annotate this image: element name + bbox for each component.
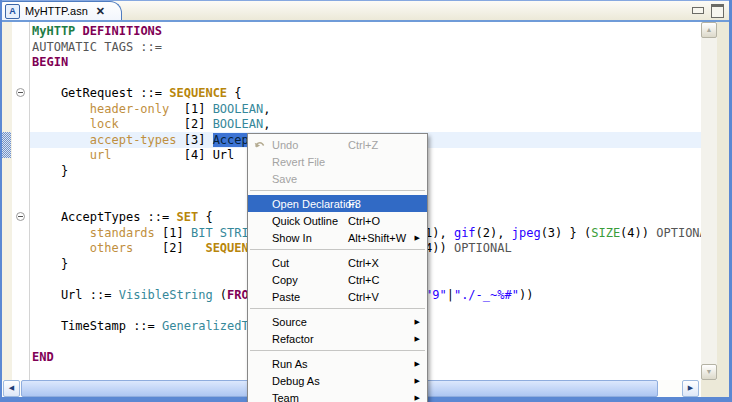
code-line: header-only [1] BOOLEAN, [32, 102, 270, 118]
menu-item-refactor[interactable]: Refactor▶ [248, 330, 427, 347]
view-controls [692, 4, 724, 18]
menu-item-revert-file[interactable]: Revert File [248, 153, 427, 170]
submenu-arrow-icon: ▶ [415, 394, 420, 402]
menu-separator [250, 350, 425, 351]
code-line: "9"|"./-_~%#")) [425, 288, 533, 304]
code-line: 1), gif(2), jpeg(3) } (SIZE(4)) OPTIONAL… [425, 226, 701, 242]
menu-item-label: Debug As [272, 375, 320, 387]
close-icon[interactable]: ✕ [96, 5, 105, 18]
code-line: 4)) OPTIONAL [425, 241, 512, 257]
folding-column[interactable] [12, 22, 30, 380]
menu-item-shortcut: Ctrl+X [348, 257, 379, 269]
menu-item-label: Paste [272, 291, 300, 303]
fold-collapse-icon[interactable] [16, 88, 25, 97]
window-border-top [0, 0, 732, 1]
fold-collapse-icon[interactable] [16, 212, 25, 221]
code-line: MyHTTP DEFINITIONS [32, 24, 162, 40]
scroll-right-icon[interactable]: ▶ [682, 380, 699, 397]
menu-item-label: Copy [272, 274, 298, 286]
tab-title: MyHTTP.asn [25, 5, 88, 17]
menu-item-undo[interactable]: UndoCtrl+Z [248, 136, 427, 153]
menu-item-label: Show In [272, 232, 312, 244]
submenu-arrow-icon: ▶ [415, 377, 420, 385]
menu-item-label: Source [272, 316, 307, 328]
menu-separator [250, 190, 425, 191]
minimize-icon[interactable] [692, 7, 704, 14]
menu-item-cut[interactable]: CutCtrl+X [248, 254, 427, 271]
tab-myhttp-asn[interactable]: A MyHTTP.asn ✕ [0, 1, 122, 20]
scroll-down-icon[interactable]: ▼ [701, 364, 717, 380]
menu-item-label: Cut [272, 257, 289, 269]
menu-item-shortcut: Ctrl+O [348, 215, 380, 227]
menu-item-label: Save [272, 173, 297, 185]
code-line: BEGIN [32, 55, 68, 71]
code-line: } [32, 257, 68, 273]
code-line: AUTOMATIC TAGS ::= [32, 40, 162, 56]
vertical-scrollbar[interactable]: ▲ ▼ [701, 22, 717, 380]
submenu-arrow-icon: ▶ [415, 318, 420, 326]
code-line: url [4] Url [32, 148, 234, 164]
code-line: END [32, 350, 54, 366]
menu-item-quick-outline[interactable]: Quick OutlineCtrl+O [248, 212, 427, 229]
menu-item-shortcut: F3 [348, 198, 361, 210]
scroll-left-icon[interactable]: ◀ [3, 380, 20, 397]
submenu-arrow-icon: ▶ [415, 335, 420, 343]
menu-item-label: Open Declaration [272, 198, 358, 210]
menu-item-run-as[interactable]: Run As▶ [248, 355, 427, 372]
menu-item-shortcut: Ctrl+C [348, 274, 379, 286]
marker-bar[interactable] [2, 22, 12, 380]
submenu-arrow-icon: ▶ [415, 234, 420, 242]
menu-item-save[interactable]: Save [248, 170, 427, 187]
maximize-icon[interactable] [711, 4, 724, 18]
menu-item-shortcut: Ctrl+Z [348, 139, 378, 151]
menu-item-label: Quick Outline [272, 215, 338, 227]
menu-item-shortcut: Ctrl+V [348, 291, 379, 303]
menu-item-label: Team [272, 392, 299, 402]
menu-item-shortcut: Alt+Shift+W [348, 232, 406, 244]
context-menu: UndoCtrl+ZRevert FileSaveOpen Declaratio… [247, 133, 428, 402]
code-line: TimeStamp ::= GeneralizedTime [32, 319, 270, 335]
code-line: } [32, 164, 68, 180]
code-line: lock [2] BOOLEAN, [32, 117, 270, 133]
asn1-file-icon: A [5, 4, 20, 19]
occurrence-marker [2, 132, 11, 158]
menu-item-copy[interactable]: CopyCtrl+C [248, 271, 427, 288]
menu-item-debug-as[interactable]: Debug As▶ [248, 372, 427, 389]
menu-item-label: Undo [272, 139, 298, 151]
menu-item-show-in[interactable]: Show InAlt+Shift+W▶ [248, 229, 427, 246]
scroll-up-icon[interactable]: ▲ [701, 22, 717, 38]
undo-icon [252, 138, 267, 151]
window-border-left [0, 0, 2, 402]
menu-item-paste[interactable]: PasteCtrl+V [248, 288, 427, 305]
menu-item-open-declaration[interactable]: Open DeclarationF3 [248, 195, 427, 212]
menu-item-label: Run As [272, 358, 307, 370]
menu-separator [250, 249, 425, 250]
submenu-arrow-icon: ▶ [415, 360, 420, 368]
menu-separator [250, 308, 425, 309]
menu-item-label: Revert File [272, 156, 325, 168]
code-line: AcceptTypes ::= SET { [32, 210, 213, 226]
code-line: GetRequest ::= SEQUENCE { [32, 86, 242, 102]
menu-item-source[interactable]: Source▶ [248, 313, 427, 330]
editor-window: A MyHTTP.asn ✕ MyHTTP DEFINITIONSAUTOMAT… [0, 0, 732, 402]
menu-item-team[interactable]: Team▶ [248, 389, 427, 402]
menu-item-label: Refactor [272, 333, 314, 345]
